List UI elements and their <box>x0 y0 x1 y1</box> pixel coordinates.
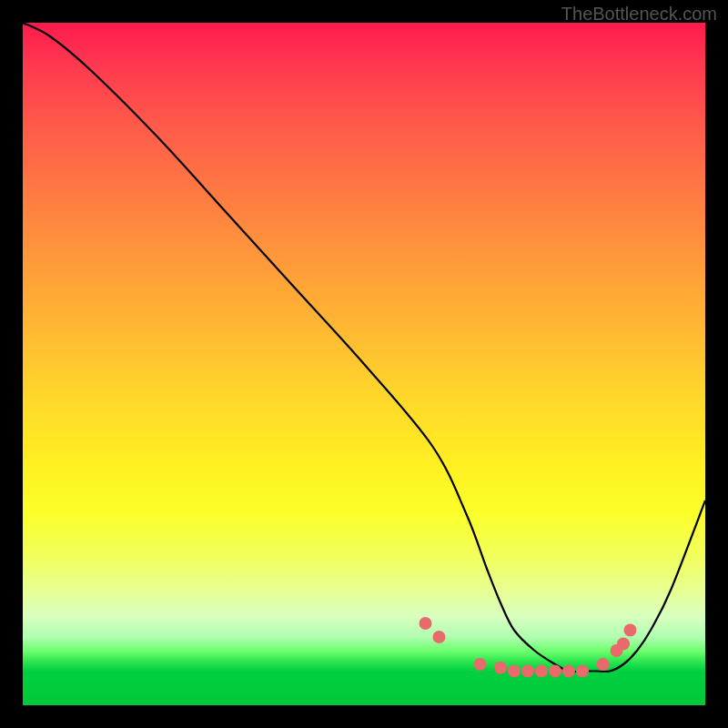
marker-point <box>576 665 589 678</box>
marker-point <box>562 665 575 678</box>
marker-point <box>521 665 534 678</box>
marker-point <box>597 658 610 671</box>
marker-point <box>624 624 637 637</box>
marker-point <box>535 665 548 678</box>
watermark-text: TheBottleneck.com <box>561 4 717 25</box>
highlight-markers <box>420 617 637 678</box>
marker-point <box>420 617 432 630</box>
marker-point <box>617 638 630 651</box>
marker-point <box>508 665 521 678</box>
marker-point <box>494 662 507 674</box>
plot-area <box>23 23 705 705</box>
marker-point <box>474 658 487 671</box>
bottleneck-curve <box>23 23 705 672</box>
marker-point <box>433 631 446 643</box>
chart-svg <box>23 23 705 705</box>
marker-point <box>549 665 561 678</box>
